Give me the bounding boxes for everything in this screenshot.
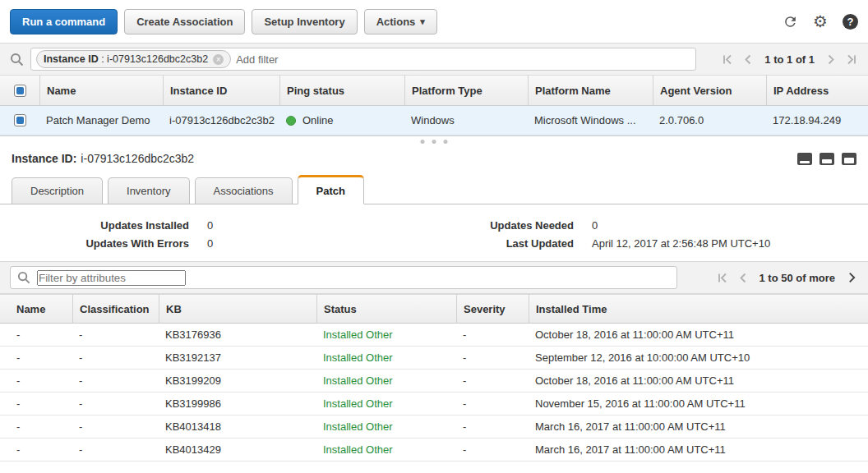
prev-page-button[interactable] [742, 54, 753, 65]
toolbar-right: ⚙ ? [783, 13, 858, 30]
column-header-status[interactable]: Status [316, 295, 456, 323]
instances-pagination: 1 to 1 of 1 [713, 53, 858, 66]
patch-row[interactable]: - - KB4013418 Installed Other - March 16… [0, 416, 868, 439]
filter-tag-key: Instance ID [44, 53, 99, 65]
gear-icon: ⚙ [813, 13, 828, 30]
column-header-name[interactable]: Name [39, 76, 163, 105]
instances-filter-bar: Instance ID : i-07913c126dbc2c3b2 × 1 to… [0, 43, 868, 76]
column-header-platform-type[interactable]: Platform Type [404, 76, 528, 105]
column-header-agent-version[interactable]: Agent Version [653, 76, 766, 105]
updates-installed-label: Updates Installed [0, 219, 189, 232]
online-status-icon [286, 116, 296, 126]
column-header-instance-id[interactable]: Instance ID [163, 76, 279, 105]
column-header-ip-address[interactable]: IP Address [766, 76, 868, 105]
patch-name-cell: - [0, 397, 72, 410]
patch-prev-page-button[interactable] [737, 273, 748, 283]
patch-name-cell: - [0, 374, 72, 387]
patch-installed-time-cell: October 18, 2016 at 11:00:00 AM UTC+11 [529, 328, 868, 341]
patch-kb-cell: KB4013418 [159, 420, 316, 433]
column-header-classification[interactable]: Classification [72, 295, 159, 323]
patch-name-cell: - [0, 443, 72, 456]
instance-name-cell: Patch Manager Demo [39, 114, 163, 126]
pane-size-medium-icon[interactable] [820, 153, 834, 165]
split-divider [0, 135, 868, 144]
tab-patch[interactable]: Patch [298, 175, 364, 204]
patch-next-page-button[interactable] [847, 272, 858, 283]
split-drag-handle[interactable] [416, 138, 453, 145]
last-page-button[interactable] [845, 54, 858, 65]
settings-button[interactable]: ⚙ [813, 13, 828, 30]
column-header-ping-status[interactable]: Ping status [279, 76, 404, 105]
patch-classification-cell: - [72, 420, 159, 433]
patch-table-header: Name Classification KB Status Severity I… [0, 294, 868, 324]
add-filter-input[interactable] [236, 53, 690, 66]
patch-classification-cell: - [72, 374, 159, 387]
patch-first-page-button[interactable] [716, 273, 729, 283]
toolbar: Run a command Create Association Setup I… [0, 0, 868, 43]
column-header-name[interactable]: Name [0, 303, 72, 315]
patch-status-cell: Installed Other [316, 328, 456, 341]
updates-with-errors-label: Updates With Errors [0, 237, 189, 250]
agent-version-cell: 2.0.706.0 [653, 114, 766, 126]
patch-kb-cell: KB3199986 [159, 397, 316, 410]
last-page-icon [847, 54, 856, 65]
actions-label: Actions [376, 16, 416, 28]
instances-search-box[interactable]: Instance ID : i-07913c126dbc2c3b2 × [30, 48, 696, 71]
patch-severity-cell: - [456, 443, 529, 456]
tab-description[interactable]: Description [12, 177, 103, 204]
platform-name-cell: Microsoft Windows ... [528, 114, 653, 126]
patch-row[interactable]: - - KB3199986 Installed Other - November… [0, 393, 868, 416]
ping-status-cell: Online [279, 114, 404, 126]
run-command-button[interactable]: Run a command [10, 9, 118, 34]
first-page-icon [723, 54, 732, 65]
patch-classification-cell: - [72, 351, 159, 364]
tab-inventory[interactable]: Inventory [108, 177, 189, 204]
pane-size-large-icon[interactable] [842, 153, 856, 165]
prev-page-icon [744, 54, 751, 65]
next-page-icon [828, 54, 835, 65]
patch-filter-bar: 1 to 50 of more [0, 261, 868, 294]
next-page-button[interactable] [826, 54, 837, 65]
patch-severity-cell: - [456, 328, 529, 341]
patch-status-cell: Installed Other [316, 420, 456, 433]
detail-instance-label: Instance ID: [12, 152, 76, 165]
create-association-button[interactable]: Create Association [124, 9, 245, 34]
column-header-installed-time[interactable]: Installed Time [529, 295, 868, 323]
help-icon: ? [843, 14, 858, 30]
patch-row[interactable]: - - KB3192137 Installed Other - Septembe… [0, 347, 868, 370]
detail-instance-value: i-07913c126dbc2c3b2 [81, 152, 194, 165]
help-button[interactable]: ? [843, 14, 858, 30]
instance-row[interactable]: Patch Manager Demo i-07913c126dbc2c3b2 O… [0, 106, 868, 135]
patch-status-cell: Installed Other [316, 374, 456, 387]
patch-status-cell: Installed Other [316, 351, 456, 364]
instances-pagination-label: 1 to 1 of 1 [764, 53, 815, 66]
ip-address-cell: 172.18.94.249 [766, 114, 868, 126]
column-header-platform-name[interactable]: Platform Name [528, 76, 653, 105]
patch-severity-cell: - [456, 397, 529, 410]
select-all-checkbox[interactable] [14, 85, 26, 97]
patch-installed-time-cell: September 12, 2016 at 10:00:00 AM UTC+10 [529, 351, 868, 364]
patch-installed-time-cell: March 16, 2017 at 11:00:00 AM UTC+11 [529, 420, 868, 433]
pane-size-small-icon[interactable] [797, 153, 812, 165]
patch-row[interactable]: - - KB3199209 Installed Other - October … [0, 370, 868, 393]
row-checkbox[interactable] [14, 114, 26, 126]
patch-filter-input[interactable] [37, 270, 186, 286]
column-header-severity[interactable]: Severity [456, 295, 529, 323]
remove-filter-icon[interactable]: × [213, 54, 224, 65]
tab-associations[interactable]: Associations [195, 177, 293, 204]
first-page-button[interactable] [721, 54, 734, 65]
actions-menu-button[interactable]: Actions ▾ [364, 9, 437, 34]
managed-instances-console: Run a command Create Association Setup I… [0, 0, 868, 473]
patch-row[interactable]: - - KB3176936 Installed Other - October … [0, 324, 868, 347]
detail-instance-title: Instance ID:i-07913c126dbc2c3b2 [12, 152, 194, 165]
patch-search-box[interactable] [10, 266, 677, 289]
patch-kb-cell: KB3192137 [159, 351, 316, 364]
column-header-kb[interactable]: KB [159, 295, 316, 323]
patch-status-cell: Installed Other [316, 443, 456, 456]
refresh-button[interactable] [783, 14, 798, 30]
ping-status-text: Online [302, 114, 334, 126]
patch-row[interactable]: - - KB4013429 Installed Other - March 16… [0, 439, 868, 462]
patch-installed-time-cell: November 15, 2016 at 11:00:00 AM UTC+11 [529, 397, 868, 410]
setup-inventory-button[interactable]: Setup Inventory [252, 9, 357, 34]
updates-needed-value: 0 [574, 219, 598, 232]
